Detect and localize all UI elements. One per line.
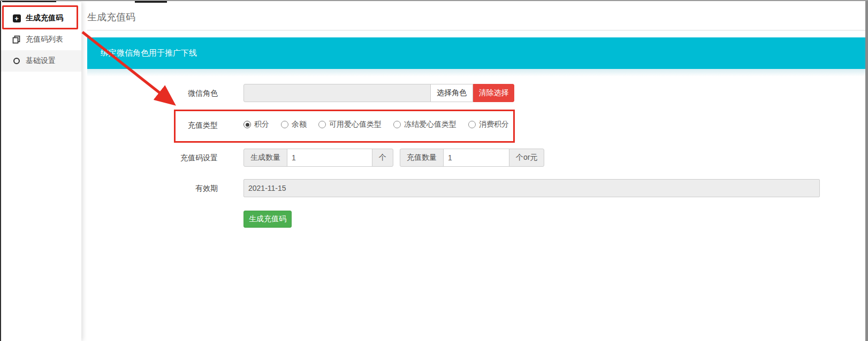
radio-option-available-love-value[interactable]: 可用爱心值类型 bbox=[318, 120, 382, 129]
recharge-quantity-unit: 个or元 bbox=[509, 149, 544, 167]
sidebar-item-label: 基础设置 bbox=[26, 56, 56, 66]
title-divider bbox=[87, 30, 865, 30]
clear-selection-button[interactable]: 清除选择 bbox=[473, 84, 514, 102]
plus-square-icon: + bbox=[12, 14, 21, 22]
wechat-role-input[interactable] bbox=[243, 84, 431, 102]
circle-icon bbox=[12, 57, 21, 65]
banner-text: 绑定微信角色用于推广下线 bbox=[101, 48, 197, 58]
info-banner: 绑定微信角色用于推广下线 bbox=[87, 37, 865, 69]
main-content: 生成充值码 绑定微信角色用于推广下线 微信角色 选择角色 清除选择 充值类型 bbox=[81, 2, 865, 341]
sidebar-item-label: 充值码列表 bbox=[26, 35, 63, 44]
generate-quantity-input[interactable] bbox=[287, 149, 372, 167]
code-settings-row: 充值码设置 生成数量 个 充值数量 个or元 bbox=[87, 149, 865, 167]
radio-icon[interactable] bbox=[318, 121, 326, 128]
validity-date-input[interactable] bbox=[243, 179, 820, 197]
radio-option-frozen-love-value[interactable]: 冻结爱心值类型 bbox=[393, 120, 456, 129]
radio-option-consume-points[interactable]: 消费积分 bbox=[468, 120, 509, 129]
radio-option-points[interactable]: 积分 bbox=[243, 120, 269, 129]
generate-quantity-group: 生成数量 个 bbox=[243, 149, 393, 167]
radio-icon[interactable] bbox=[243, 121, 251, 128]
recharge-quantity-addon: 充值数量 bbox=[400, 149, 444, 167]
recharge-type-radio-group: 积分 余额 可用爱心值类型 冻结爱心值类型 bbox=[243, 120, 509, 129]
banner-shadow bbox=[87, 69, 865, 76]
submit-row: 生成充值码 bbox=[87, 211, 865, 228]
validity-row: 有效期 bbox=[87, 179, 865, 197]
page-title: 生成充值码 bbox=[87, 11, 865, 24]
radio-option-balance[interactable]: 余额 bbox=[281, 120, 307, 129]
sidebar-item-recharge-code-list[interactable]: 充值码列表 bbox=[1, 29, 81, 50]
recharge-quantity-input[interactable] bbox=[443, 149, 509, 167]
generate-quantity-addon: 生成数量 bbox=[243, 149, 287, 167]
radio-icon[interactable] bbox=[468, 121, 476, 128]
code-settings-label: 充值码设置 bbox=[87, 149, 218, 163]
sidebar: + 生成充值码 充值码列表 基础设置 bbox=[1, 2, 81, 341]
radio-icon[interactable] bbox=[393, 121, 401, 128]
validity-label: 有效期 bbox=[87, 179, 218, 193]
wechat-role-label: 微信角色 bbox=[87, 84, 218, 98]
sidebar-item-basic-settings[interactable]: 基础设置 bbox=[1, 50, 81, 72]
wechat-role-row: 微信角色 选择角色 清除选择 bbox=[87, 84, 865, 102]
generate-code-button[interactable]: 生成充值码 bbox=[243, 211, 292, 228]
radio-icon[interactable] bbox=[281, 121, 288, 128]
select-role-button[interactable]: 选择角色 bbox=[430, 84, 473, 102]
recharge-code-form: 微信角色 选择角色 清除选择 充值类型 积分 余额 bbox=[87, 84, 865, 228]
generate-quantity-unit: 个 bbox=[372, 149, 393, 167]
recharge-type-row: 充值类型 积分 余额 可用爱心值类型 bbox=[87, 120, 865, 130]
recharge-quantity-group: 充值数量 个or元 bbox=[400, 149, 544, 167]
window-right-edge bbox=[865, 1, 868, 341]
sidebar-item-generate-recharge-code[interactable]: + 生成充值码 bbox=[1, 7, 81, 29]
copy-icon bbox=[12, 35, 21, 44]
recharge-type-label: 充值类型 bbox=[87, 120, 218, 130]
admin-window: + 生成充值码 充值码列表 基础设置 生成充值码 绑定微信角色用于推广下线 bbox=[0, 0, 868, 341]
sidebar-item-label: 生成充值码 bbox=[26, 13, 63, 23]
